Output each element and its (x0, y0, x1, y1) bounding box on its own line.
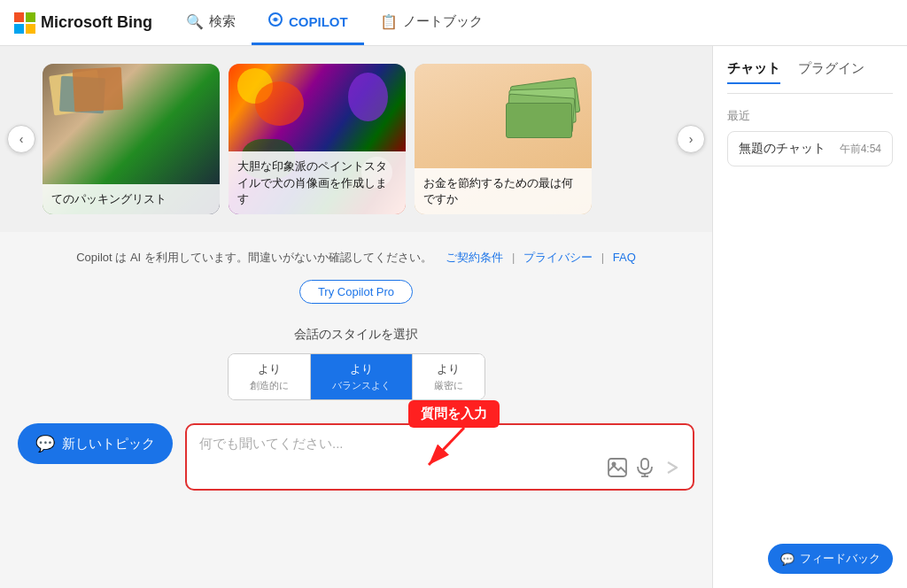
style-precise-sub: 厳密に (434, 379, 463, 392)
svg-rect-2 (14, 24, 24, 34)
tab-notebook-label: ノートブック (403, 13, 483, 30)
card-3-text: お金を節約するための最は何ですか (423, 176, 573, 205)
new-topic-button[interactable]: 💬 新しいトピック (18, 423, 173, 464)
svg-rect-10 (641, 459, 648, 469)
carousel-prev-button[interactable]: ‹ (7, 125, 35, 153)
info-description: Copilot は AI を利用しています。間違いがないか確認してください。 (76, 251, 432, 264)
faq-link[interactable]: FAQ (613, 251, 636, 264)
center-area: ‹ てのパッキングリスト (0, 46, 712, 588)
carousel-next-button[interactable]: › (677, 125, 705, 153)
microphone-icon[interactable] (636, 458, 654, 482)
tab-notebook[interactable]: 📋 ノートブック (364, 0, 499, 45)
bing-logo-text: Microsoft Bing (41, 13, 152, 32)
chat-history-item[interactable]: 無題のチャット 午前4:54 (727, 131, 893, 166)
sidebar-section-title: 最近 (727, 108, 893, 124)
style-buttons: より 創造的に より バランスよく より 厳密に (228, 353, 485, 400)
annotation: 質問を入力 (408, 400, 500, 472)
svg-rect-3 (26, 24, 35, 34)
style-precise-main: より (437, 361, 460, 377)
carousel: ‹ てのパッキングリスト (0, 46, 712, 232)
style-title: 会話のスタイルを選択 (43, 327, 670, 343)
style-balanced-main: より (350, 361, 373, 377)
style-balanced-sub: バランスよく (332, 379, 391, 392)
feedback-label: フィードバック (800, 551, 880, 567)
copilot-icon (267, 12, 283, 31)
tab-search-label: 検索 (209, 13, 236, 30)
carousel-card-2[interactable]: 大胆な印象派のペイントスタイルで犬の肖像画を作成します (229, 64, 406, 214)
style-creative-main: より (258, 361, 281, 377)
annotation-label: 質問を入力 (408, 400, 500, 428)
style-balanced-button[interactable]: より バランスよく (311, 354, 413, 399)
sidebar: チャット プラグイン 最近 無題のチャット 午前4:54 (712, 46, 907, 588)
carousel-card-1[interactable]: てのパッキングリスト (43, 64, 220, 214)
feedback-button[interactable]: 💬 フィードバック (768, 544, 893, 574)
sidebar-tab-plugin[interactable]: プラグイン (798, 60, 864, 84)
sidebar-tab-chat-label: チャット (727, 60, 780, 75)
tab-search[interactable]: 🔍 検索 (170, 0, 252, 45)
sidebar-tab-plugin-label: プラグイン (798, 60, 864, 75)
style-creative-button[interactable]: より 創造的に (229, 354, 311, 399)
info-section: Copilot は AI を利用しています。間違いがないか確認してください。 ご… (0, 232, 712, 313)
sidebar-tab-chat[interactable]: チャット (727, 60, 780, 84)
carousel-cards: てのパッキングリスト 大胆な印象派のペイントスタイルで犬の肖像画を作成します (0, 46, 634, 232)
send-icon[interactable] (663, 459, 680, 481)
new-topic-label: 新しいトピック (62, 436, 155, 453)
card-2-text: 大胆な印象派のペイントスタイルで犬の肖像画を作成します (237, 159, 387, 205)
header: Microsoft Bing 🔍 検索 COPILOT 📋 ノートブック (0, 0, 907, 46)
style-precise-button[interactable]: より 厳密に (413, 354, 485, 399)
annotation-arrow-icon (420, 428, 473, 472)
input-row: 💬 新しいトピック 何でも聞いてください... (0, 413, 712, 501)
style-section: 会話のスタイルを選択 より 創造的に より バランスよく より 厳密に (0, 313, 712, 409)
sidebar-tabs: チャット プラグイン (727, 60, 893, 94)
card-3-overlay: お金を節約するための最は何ですか (415, 168, 592, 214)
image-input-icon[interactable] (608, 458, 627, 482)
chat-item-name: 無題のチャット (739, 141, 826, 157)
privacy-link[interactable]: プライバシー (523, 251, 593, 264)
microsoft-logo-icon (14, 12, 35, 34)
new-topic-icon: 💬 (35, 434, 55, 453)
main-content: ‹ てのパッキングリスト (0, 46, 907, 588)
svg-line-7 (429, 428, 464, 465)
card-1-overlay: てのパッキングリスト (43, 184, 220, 214)
terms-link[interactable]: ご契約条件 (446, 251, 503, 264)
feedback-icon: 💬 (780, 553, 795, 566)
tab-copilot[interactable]: COPILOT (252, 0, 364, 45)
svg-rect-1 (26, 12, 35, 22)
try-pro-button[interactable]: Try Copilot Pro (299, 280, 413, 304)
info-text: Copilot は AI を利用しています。間違いがないか確認してください。 ご… (43, 250, 670, 266)
style-creative-sub: 創造的に (250, 379, 289, 392)
svg-rect-0 (14, 12, 24, 22)
chat-item-time: 午前4:54 (840, 142, 881, 157)
tab-copilot-label: COPILOT (289, 14, 348, 29)
notebook-icon: 📋 (380, 13, 398, 30)
nav-tabs: 🔍 検索 COPILOT 📋 ノートブック (170, 0, 499, 45)
bing-logo[interactable]: Microsoft Bing (14, 12, 152, 34)
search-icon: 🔍 (186, 13, 204, 30)
svg-point-5 (274, 18, 277, 21)
card-2-overlay: 大胆な印象派のペイントスタイルで犬の肖像画を作成します (229, 151, 406, 214)
carousel-card-3[interactable]: お金を節約するための最は何ですか (415, 64, 592, 214)
card-1-text: てのパッキングリスト (51, 192, 167, 205)
